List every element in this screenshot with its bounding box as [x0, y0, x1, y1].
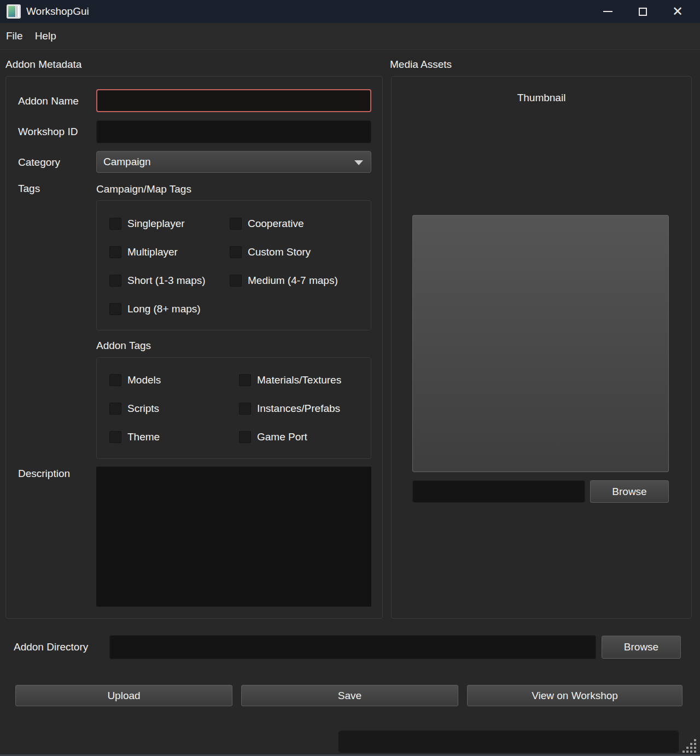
checkbox-game-port[interactable]: Game Port [239, 431, 371, 444]
thumbnail-preview [412, 215, 669, 472]
app-icon [7, 4, 21, 19]
checkbox-short-maps[interactable]: Short (1-3 maps) [109, 274, 230, 287]
checkbox-cooperative[interactable]: Cooperative [230, 217, 371, 230]
window-title: WorkshopGui [26, 5, 89, 18]
addon-name-input[interactable] [96, 89, 371, 112]
addon-directory-input[interactable] [109, 635, 596, 659]
checkbox-models[interactable]: Models [109, 374, 239, 387]
checkbox-icon [109, 431, 121, 443]
media-assets-section-title: Media Assets [390, 59, 452, 71]
resize-grip-icon[interactable] [682, 739, 697, 753]
checkbox-icon [230, 246, 242, 258]
menu-help[interactable]: Help [29, 27, 62, 45]
checkbox-icon [230, 218, 242, 230]
category-selected-value: Campaign [103, 156, 151, 168]
checkbox-multiplayer[interactable]: Multiplayer [109, 246, 230, 259]
workshop-id-label: Workshop ID [18, 126, 78, 138]
checkbox-custom-story[interactable]: Custom Story [230, 246, 371, 259]
addon-metadata-groupbox: Addon Name Workshop ID Category Campaign… [5, 76, 383, 619]
menu-bar: File Help [0, 23, 700, 50]
checkbox-scripts[interactable]: Scripts [109, 402, 239, 415]
checkbox-icon [109, 218, 121, 230]
addon-directory-label: Addon Directory [14, 641, 88, 653]
view-on-workshop-button[interactable]: View on Workshop [467, 685, 682, 706]
upload-button[interactable]: Upload [15, 685, 232, 706]
close-icon: ✕ [672, 5, 683, 18]
campaign-map-tags-title: Campaign/Map Tags [96, 183, 191, 195]
checkbox-icon [109, 303, 121, 315]
checkbox-icon [239, 403, 251, 415]
addon-directory-browse-button[interactable]: Browse [602, 636, 681, 659]
window-controls: ✕ [595, 0, 700, 23]
thumbnail-browse-button[interactable]: Browse [590, 480, 669, 503]
checkbox-instances-prefabs[interactable]: Instances/Prefabs [239, 402, 371, 415]
close-button[interactable]: ✕ [665, 0, 690, 23]
checkbox-theme[interactable]: Theme [109, 431, 239, 444]
media-assets-groupbox: Thumbnail Browse [391, 76, 692, 619]
checkbox-icon [109, 275, 121, 287]
menu-file[interactable]: File [0, 27, 29, 45]
thumbnail-path-input[interactable] [412, 480, 585, 503]
category-label: Category [18, 156, 60, 168]
checkbox-singleplayer[interactable]: Singleplayer [109, 217, 230, 230]
checkbox-icon [109, 403, 121, 415]
checkbox-icon [109, 374, 121, 386]
tags-label: Tags [18, 183, 40, 195]
description-textarea[interactable] [96, 467, 371, 607]
minimize-button[interactable] [595, 0, 620, 23]
title-bar: WorkshopGui ✕ [0, 0, 700, 23]
addon-metadata-section-title: Addon Metadata [5, 59, 81, 71]
checkbox-icon [230, 275, 242, 287]
workshop-id-input[interactable] [96, 120, 371, 143]
thumbnail-label: Thumbnail [392, 92, 691, 104]
upload-progress-bar [338, 730, 679, 753]
checkbox-icon [239, 374, 251, 386]
save-button[interactable]: Save [241, 685, 458, 706]
campaign-map-tags-groupbox: Singleplayer Cooperative Multiplayer Cus… [96, 200, 371, 330]
checkbox-long-maps[interactable]: Long (8+ maps) [109, 303, 230, 316]
checkbox-medium-maps[interactable]: Medium (4-7 maps) [230, 274, 371, 287]
chevron-down-icon [354, 160, 363, 165]
checkbox-icon [239, 431, 251, 443]
description-label: Description [18, 468, 70, 480]
maximize-icon [639, 8, 647, 16]
checkbox-materials-textures[interactable]: Materials/Textures [239, 374, 371, 387]
checkbox-icon [109, 246, 121, 258]
maximize-button[interactable] [630, 0, 655, 23]
category-select[interactable]: Campaign [96, 151, 371, 173]
addon-name-label: Addon Name [18, 95, 79, 107]
minimize-icon [603, 11, 612, 12]
addon-tags-groupbox: Models Materials/Textures Scripts Instan… [96, 357, 371, 459]
addon-tags-title: Addon Tags [96, 340, 151, 352]
